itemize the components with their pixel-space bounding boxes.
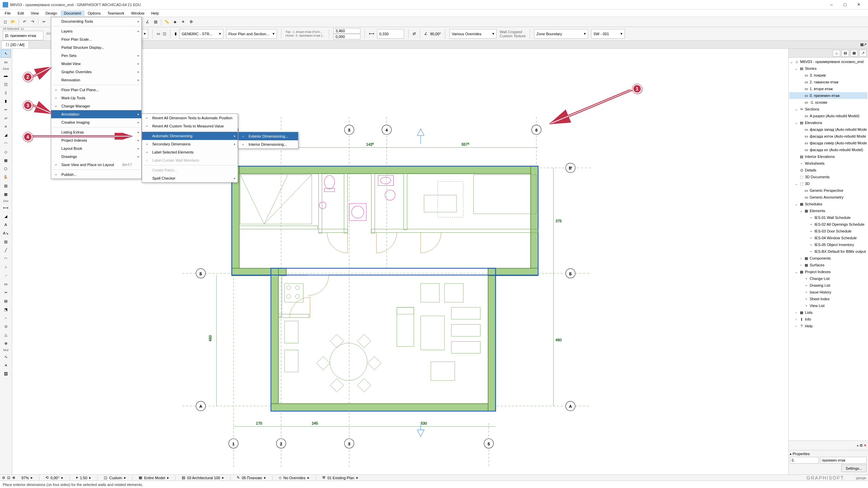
tree-node[interactable]: ▫Change List: [789, 275, 867, 282]
change-tool[interactable]: △: [1, 331, 11, 339]
shell-tool[interactable]: ◠: [1, 139, 11, 147]
text-tool[interactable]: A: [1, 221, 11, 229]
tree-node[interactable]: ⊙Details: [789, 167, 867, 174]
arrow-tool[interactable]: ↖: [1, 49, 11, 58]
document-menu[interactable]: Documenting ToolsLayersFloor Plan Scale.…: [51, 17, 142, 179]
tree-node[interactable]: ▭фасада север (Auto-rebuild Mode: [789, 140, 867, 146]
render-icon[interactable]: ☀: [179, 18, 187, 26]
floorplan-dropdown[interactable]: Floor Plan and Section...▾: [226, 29, 277, 39]
fill-tool[interactable]: ▨: [1, 238, 11, 246]
settings-button[interactable]: Settings...: [841, 465, 867, 472]
menu-item[interactable]: ▫Interior Dimensioning...: [238, 140, 298, 148]
tree-node[interactable]: ▫IES-01 Wall Schedule: [789, 214, 867, 221]
new-view-icon[interactable]: +: [857, 444, 859, 448]
menu-item[interactable]: ▫Change Manager: [51, 102, 141, 110]
angle-icon2[interactable]: ∠: [424, 32, 428, 36]
angle-icon[interactable]: ∠: [144, 18, 151, 26]
tab-3d[interactable]: ☐ [3D / All]: [1, 41, 29, 48]
menu-item[interactable]: Model View: [51, 60, 141, 68]
mesh-tool[interactable]: ▩: [1, 190, 11, 198]
circle-tool[interactable]: ○: [1, 263, 11, 271]
level-dim-tool[interactable]: ◢: [1, 212, 11, 220]
zoom-in-icon[interactable]: ⊕: [12, 475, 15, 480]
tree-node[interactable]: ▭Generic Axonometry: [789, 194, 867, 201]
struct-icon[interactable]: ▮: [175, 32, 177, 36]
window-tool[interactable]: ▯: [1, 88, 11, 97]
figure-tool[interactable]: 🖼: [1, 370, 11, 378]
tree-node[interactable]: ⌄▦Schedules: [789, 201, 867, 207]
beam-tool[interactable]: ═: [1, 105, 11, 114]
label-tool[interactable]: A↘: [1, 229, 11, 237]
menu-item[interactable]: ▫Revert All Dimension Texts to Automatic…: [142, 114, 238, 122]
menu-item[interactable]: Automatic Dimensioning: [142, 132, 238, 140]
tree-node[interactable]: ⌄⌂M6V03 - оразмеряване основно_end: [789, 58, 867, 65]
tree-node[interactable]: ▭3. покрив: [789, 72, 867, 79]
sw-dropdown[interactable]: SW - 001▾: [591, 29, 625, 39]
menu-view[interactable]: View: [27, 11, 42, 16]
tree-node[interactable]: ›ℹInfo: [789, 316, 867, 323]
menu-item[interactable]: ▫Secondary Dimensions: [142, 140, 238, 148]
menu-file[interactable]: File: [1, 11, 14, 16]
tree-node[interactable]: ⌄▤Elevations: [789, 119, 867, 126]
minimize-button[interactable]: ─: [825, 0, 838, 9]
menu-item[interactable]: Floor Plan Scale...: [51, 35, 141, 43]
auto-dim-submenu[interactable]: ▫Exterior Dimensioning...▫Interior Dimen…: [238, 132, 298, 149]
worksheet-tool[interactable]: ▫: [1, 314, 11, 322]
delete-icon[interactable]: ✕: [864, 443, 867, 448]
popout-icon[interactable]: ↗: [864, 42, 867, 47]
menu-window[interactable]: Window: [128, 11, 148, 16]
tree-node[interactable]: ⌄▦Project Indexes: [789, 268, 867, 275]
section-tool[interactable]: ✂: [1, 288, 11, 297]
home-story[interactable]: 0. приземен етаж (...: [296, 34, 324, 37]
settings-icon[interactable]: ⚙: [188, 18, 195, 26]
menu-item[interactable]: Layers: [51, 27, 141, 35]
tree-node[interactable]: ⌄▦Elements: [789, 207, 867, 214]
tree-node[interactable]: ▫IES-02 All Openings Schedule: [789, 221, 867, 228]
menu-options[interactable]: Options: [84, 11, 104, 16]
top-story[interactable]: 1. втори етаж (Hom...: [293, 30, 322, 34]
tree-node[interactable]: ▭фасада юг (Auto-rebuild Model): [789, 146, 867, 153]
line-tool[interactable]: ╱: [1, 246, 11, 254]
override-value[interactable]: No Overrides: [283, 476, 305, 480]
menu-design[interactable]: Design: [42, 11, 60, 16]
exist-value[interactable]: 01 Existing Plan: [328, 476, 354, 480]
nav-layout-icon[interactable]: ▦: [850, 50, 858, 57]
arc-tool[interactable]: ◠: [1, 255, 11, 263]
tree-node[interactable]: ▫IES-05 Object Inventory: [789, 241, 867, 248]
grid-tool[interactable]: ⊕: [1, 339, 11, 347]
tree-node[interactable]: ▫Drawing List: [789, 282, 867, 289]
zoom-fit-icon[interactable]: ⊡: [7, 475, 10, 480]
menu-help[interactable]: Help: [148, 11, 162, 16]
tree-node[interactable]: ▭0. приземен етаж: [789, 92, 867, 99]
nav-view-icon[interactable]: ▤: [842, 50, 849, 57]
menu-item[interactable]: ▫Publish...: [51, 170, 141, 179]
material-dropdown[interactable]: GENERIC - STR...▾: [179, 29, 223, 39]
column-tool[interactable]: ▮: [1, 97, 11, 105]
polyline-tool[interactable]: ⟋: [1, 271, 11, 280]
menu-item[interactable]: Documenting Tools: [51, 17, 141, 25]
marquee-tool[interactable]: ▭: [1, 58, 11, 66]
tree-node[interactable]: ›▦Lists: [789, 309, 867, 316]
slab-tool[interactable]: ▱: [1, 114, 11, 122]
tree-node[interactable]: ▭1. втори етаж: [789, 85, 867, 92]
menu-item[interactable]: ▫Save View and Place on LayoutAlt+F7: [51, 161, 141, 169]
menu-item[interactable]: Creative Imaging: [51, 118, 141, 126]
door-tool[interactable]: ◫: [1, 80, 11, 88]
elev-input[interactable]: [333, 34, 360, 39]
flip-icon[interactable]: ⇄: [413, 32, 416, 36]
menu-item[interactable]: Pen Sets: [51, 52, 141, 60]
geom2-icon[interactable]: ◫: [163, 32, 166, 36]
tree-node[interactable]: ›?Help: [789, 323, 867, 329]
layer-dropdown[interactable]: [0. приземен етаж: [3, 31, 43, 40]
measure-icon[interactable]: 📏: [163, 18, 171, 26]
maximize-button[interactable]: ▢: [838, 0, 852, 9]
menu-item[interactable]: ▫Exterior Dimensioning...: [238, 132, 298, 140]
tree-node[interactable]: ▫IES-BX Default for BIMx output: [789, 248, 867, 255]
rotation-value[interactable]: 0,00°: [51, 476, 59, 480]
prop-name-input[interactable]: [820, 457, 867, 464]
menu-item[interactable]: ▫Floor Plan Cut Plane...: [51, 86, 141, 94]
zoom-value[interactable]: 97%: [21, 476, 29, 480]
new-icon[interactable]: ◻: [1, 18, 9, 26]
close-button[interactable]: ✕: [852, 0, 865, 9]
menu-item[interactable]: Spell Checker: [142, 174, 238, 182]
